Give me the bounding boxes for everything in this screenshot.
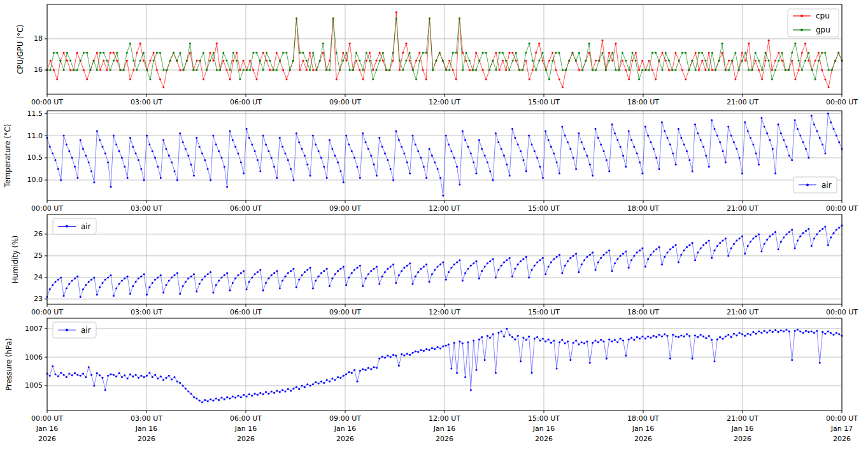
xtick-label: 06:00 UT bbox=[230, 98, 262, 106]
xtick-label: 18:00 UT bbox=[627, 98, 659, 106]
ytick-label: 1005 bbox=[25, 381, 43, 390]
xtick-label: 18:00 UT bbox=[627, 204, 659, 213]
xtick-label: 03:00 UT bbox=[131, 414, 162, 423]
legend: air bbox=[53, 218, 96, 234]
xtick-date-label: Jan 16 bbox=[632, 425, 654, 433]
xtick-label: 12:00 UT bbox=[429, 308, 460, 316]
xtick-label: 00:00 UT bbox=[31, 308, 63, 316]
ytick-label: 1007 bbox=[25, 325, 43, 333]
legend-marker bbox=[806, 184, 809, 186]
xtick-label: 00:00 UT bbox=[826, 308, 858, 316]
xtick-label: 09:00 UT bbox=[329, 98, 361, 106]
xtick-label: 18:00 UT bbox=[627, 414, 659, 423]
xtick-date-label: Jan 16 bbox=[532, 425, 555, 433]
legend-marker bbox=[66, 329, 68, 332]
legend: cpugpu bbox=[788, 9, 839, 37]
xtick-year-label: 2026 bbox=[138, 435, 155, 443]
xtick-label: 06:00 UT bbox=[230, 308, 262, 316]
legend-marker bbox=[800, 15, 803, 17]
xtick-label: 15:00 UT bbox=[528, 98, 560, 106]
xtick-label: 00:00 UT bbox=[31, 204, 63, 213]
ytick-label: 11.5 bbox=[27, 109, 43, 118]
xtick-label: 21:00 UT bbox=[727, 204, 758, 213]
xtick-date-label: Jan 16 bbox=[234, 425, 257, 433]
xtick-year-label: 2026 bbox=[336, 435, 354, 443]
xtick-label: 12:00 UT bbox=[429, 204, 460, 213]
xtick-label: 06:00 UT bbox=[230, 204, 262, 213]
legend: air bbox=[793, 177, 837, 193]
xtick-label: 21:00 UT bbox=[727, 414, 758, 423]
ytick-label: 16 bbox=[34, 66, 43, 74]
xtick-label: 03:00 UT bbox=[131, 98, 162, 106]
xtick-label: 09:00 UT bbox=[329, 204, 361, 213]
ytick-label: 25 bbox=[34, 251, 43, 260]
xtick-label: 15:00 UT bbox=[528, 308, 560, 316]
xtick-year-label: 2026 bbox=[634, 435, 652, 443]
xtick-year-label: 2026 bbox=[734, 435, 751, 443]
xtick-label: 09:00 UT bbox=[329, 414, 361, 423]
xtick-label: 00:00 UT bbox=[826, 204, 858, 213]
y-axis-label: Temperature (°C) bbox=[3, 124, 12, 188]
xtick-date-label: Jan 16 bbox=[334, 425, 356, 433]
ytick-label: 26 bbox=[34, 230, 43, 238]
xtick-year-label: 2026 bbox=[38, 435, 56, 443]
xtick-date-label: Jan 17 bbox=[830, 425, 853, 433]
legend-label: air bbox=[81, 326, 91, 335]
xtick-date-label: Jan 16 bbox=[135, 425, 157, 433]
legend-marker bbox=[800, 29, 803, 31]
xtick-year-label: 2026 bbox=[833, 435, 851, 443]
y-axis-label: CPU/GPU (°C) bbox=[16, 25, 25, 74]
xtick-label: 03:00 UT bbox=[131, 308, 162, 316]
ytick-label: 11.0 bbox=[27, 132, 43, 140]
xtick-date-label: Jan 16 bbox=[36, 425, 58, 433]
ytick-label: 24 bbox=[34, 273, 43, 281]
xtick-label: 18:00 UT bbox=[627, 308, 659, 316]
multipanel-timeseries-figure: 161800:00 UT03:00 UT06:00 UT09:00 UT12:0… bbox=[0, 0, 868, 450]
xtick-label: 00:00 UT bbox=[826, 98, 858, 106]
figure-canvas: 161800:00 UT03:00 UT06:00 UT09:00 UT12:0… bbox=[0, 0, 868, 450]
xtick-label: 09:00 UT bbox=[329, 308, 361, 316]
ytick-label: 10.5 bbox=[27, 153, 43, 162]
xtick-label: 15:00 UT bbox=[528, 204, 560, 213]
xtick-year-label: 2026 bbox=[237, 435, 255, 443]
xtick-label: 00:00 UT bbox=[31, 414, 63, 423]
ytick-label: 1006 bbox=[25, 353, 43, 362]
xtick-label: 00:00 UT bbox=[31, 98, 63, 106]
legend: air bbox=[53, 322, 96, 338]
legend-marker bbox=[66, 225, 68, 228]
xtick-label: 12:00 UT bbox=[429, 98, 460, 106]
y-axis-label: Humidity (%) bbox=[11, 236, 20, 284]
legend-label: air bbox=[822, 181, 832, 190]
xtick-date-label: Jan 16 bbox=[433, 425, 455, 433]
ytick-label: 23 bbox=[34, 295, 43, 303]
legend-label: air bbox=[81, 222, 91, 231]
xtick-label: 00:00 UT bbox=[826, 414, 858, 423]
ytick-label: 18 bbox=[34, 34, 43, 43]
ytick-label: 10.0 bbox=[27, 176, 43, 184]
xtick-label: 03:00 UT bbox=[131, 204, 162, 213]
y-axis-label: Pressure (hPa) bbox=[4, 338, 13, 391]
legend-label: cpu bbox=[816, 11, 830, 20]
xtick-label: 12:00 UT bbox=[429, 414, 460, 423]
legend-label: gpu bbox=[816, 25, 830, 34]
xtick-label: 15:00 UT bbox=[528, 414, 560, 423]
xtick-year-label: 2026 bbox=[436, 435, 453, 443]
xtick-date-label: Jan 16 bbox=[731, 425, 753, 433]
xtick-year-label: 2026 bbox=[535, 435, 553, 443]
xtick-label: 21:00 UT bbox=[727, 98, 758, 106]
xtick-label: 06:00 UT bbox=[230, 414, 262, 423]
xtick-label: 21:00 UT bbox=[727, 308, 758, 316]
